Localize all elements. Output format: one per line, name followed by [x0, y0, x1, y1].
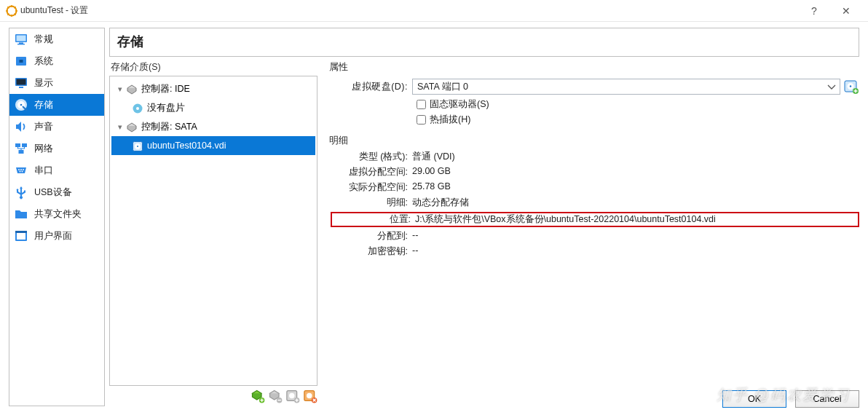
sidebar-item-label: 共享文件夹 — [34, 208, 82, 221]
storage-devices-tree[interactable]: ▾ 控制器: IDE 没有盘片 ▾ 控制器: SATA — [109, 76, 317, 386]
tree-item-vdi[interactable]: ubuntuTest0104.vdi — [111, 136, 315, 155]
details-section-label: 明细 — [328, 127, 859, 149]
svg-rect-30 — [17, 233, 25, 240]
add-attachment-button[interactable] — [285, 389, 300, 403]
window-titlebar: ubuntuTest - 设置 ? ✕ — [0, 0, 868, 22]
window-help-button[interactable]: ? — [798, 5, 830, 17]
chevron-down-icon — [826, 81, 837, 92]
hard-disk-browse-button[interactable] — [843, 79, 859, 95]
svg-point-43 — [307, 393, 312, 399]
svg-rect-17 — [19, 87, 23, 88]
serial-port-icon — [14, 163, 28, 178]
svg-rect-23 — [19, 150, 24, 154]
tree-node-label: 控制器: IDE — [141, 79, 190, 98]
sidebar-item-storage[interactable]: 存储 — [9, 94, 104, 116]
svg-point-24 — [18, 169, 20, 170]
detail-value: 动态分配存储 — [412, 197, 859, 209]
svg-rect-21 — [15, 143, 20, 147]
app-icon — [6, 5, 17, 17]
network-icon — [14, 141, 28, 156]
ui-icon — [14, 229, 28, 243]
hotplug-checkbox[interactable] — [417, 115, 426, 125]
sidebar-item-label: 显示 — [34, 77, 53, 90]
sidebar-item-user-interface[interactable]: 用户界面 — [9, 225, 104, 247]
storage-devices-label: 存储介质(S) — [109, 57, 317, 76]
controller-icon — [126, 83, 138, 95]
tree-toggle-icon[interactable]: ▾ — [116, 117, 125, 136]
storage-tree-toolbar — [109, 386, 317, 406]
ssd-checkbox[interactable] — [417, 100, 426, 109]
sidebar-item-label: 用户界面 — [34, 230, 72, 242]
svg-point-36 — [137, 146, 138, 147]
tree-controller-ide[interactable]: ▾ 控制器: IDE — [111, 79, 315, 98]
tree-toggle-icon[interactable]: ▾ — [116, 79, 125, 98]
display-icon — [14, 76, 28, 90]
sidebar-item-general[interactable]: 常规 — [9, 28, 104, 50]
svg-rect-16 — [17, 79, 26, 85]
sidebar-item-label: 声音 — [34, 121, 53, 133]
detail-label: 类型 (格式): — [334, 151, 412, 163]
remove-attachment-button[interactable] — [303, 389, 317, 403]
usb-icon — [14, 185, 28, 199]
detail-value: -- — [412, 245, 859, 258]
hard-disk-port-select[interactable]: SATA 端口 0 — [412, 79, 840, 95]
sidebar-item-usb[interactable]: USB设备 — [9, 181, 104, 203]
detail-value: 25.78 GB — [412, 181, 859, 194]
tree-node-label: 控制器: SATA — [141, 117, 197, 136]
tree-node-label: ubuntuTest0104.vdi — [147, 136, 226, 155]
ok-button[interactable]: OK — [722, 390, 786, 408]
sidebar-item-label: 系统 — [34, 55, 53, 68]
sidebar-item-label: USB设备 — [34, 186, 72, 199]
sidebar-item-serial[interactable]: 串口 — [9, 159, 104, 181]
attributes-section-label: 属性 — [328, 57, 859, 76]
detail-value: 普通 (VDI) — [412, 151, 859, 163]
svg-rect-12 — [17, 44, 25, 44]
svg-rect-22 — [22, 143, 27, 147]
hard-disk-label: 虚拟硬盘(D): — [334, 81, 412, 93]
settings-sidebar: 常规 系统 显示 存储 声音 网络 — [9, 28, 105, 406]
detail-label: 加密密钥: — [334, 245, 412, 258]
cancel-button[interactable]: Cancel — [795, 390, 859, 408]
detail-label: 虚拟分配空间: — [334, 166, 412, 178]
svg-point-47 — [850, 85, 851, 87]
svg-point-33 — [136, 107, 139, 110]
controller-icon — [126, 121, 138, 133]
tree-node-label: 没有盘片 — [147, 98, 185, 117]
sidebar-item-label: 常规 — [34, 33, 53, 46]
chip-icon — [14, 54, 28, 68]
detail-label: 实际分配空间: — [334, 181, 412, 194]
svg-rect-11 — [19, 43, 23, 44]
svg-point-20 — [20, 104, 23, 106]
optical-disc-icon — [132, 102, 143, 114]
detail-value: J:\系统与软件包\VBox系统备份\ubuntuTest-20220104\u… — [415, 213, 856, 226]
window-close-button[interactable]: ✕ — [830, 5, 862, 17]
detail-label: 明细: — [334, 197, 412, 209]
svg-point-40 — [289, 393, 295, 399]
speaker-icon — [14, 119, 28, 134]
sidebar-item-label: 存储 — [34, 99, 53, 111]
detail-value: -- — [412, 230, 859, 242]
remove-controller-button[interactable] — [268, 389, 283, 403]
detail-location-highlight: 位置:J:\系统与软件包\VBox系统备份\ubuntuTest-2022010… — [331, 212, 859, 227]
svg-rect-31 — [15, 231, 27, 233]
folder-icon — [14, 207, 28, 221]
svg-rect-14 — [20, 60, 23, 63]
sidebar-item-shared-folders[interactable]: 共享文件夹 — [9, 203, 104, 225]
hard-disk-icon — [132, 140, 143, 151]
svg-point-27 — [20, 171, 21, 173]
sidebar-item-system[interactable]: 系统 — [9, 50, 104, 72]
sidebar-item-network[interactable]: 网络 — [9, 138, 104, 159]
page-title: 存储 — [109, 28, 859, 57]
tree-controller-sata[interactable]: ▾ 控制器: SATA — [111, 117, 315, 136]
svg-point-25 — [20, 169, 22, 170]
tree-item-empty-disc[interactable]: 没有盘片 — [111, 98, 315, 117]
ssd-checkbox-label: 固态驱动器(S) — [430, 98, 489, 111]
sidebar-item-display[interactable]: 显示 — [9, 72, 104, 94]
add-controller-button[interactable] — [250, 389, 265, 403]
window-title: ubuntuTest - 设置 — [20, 4, 88, 17]
hdd-icon — [14, 98, 28, 112]
svg-rect-10 — [17, 36, 26, 42]
sidebar-item-audio[interactable]: 声音 — [9, 116, 104, 138]
dialog-footer: OK Cancel — [722, 390, 859, 408]
svg-point-28 — [22, 171, 23, 173]
